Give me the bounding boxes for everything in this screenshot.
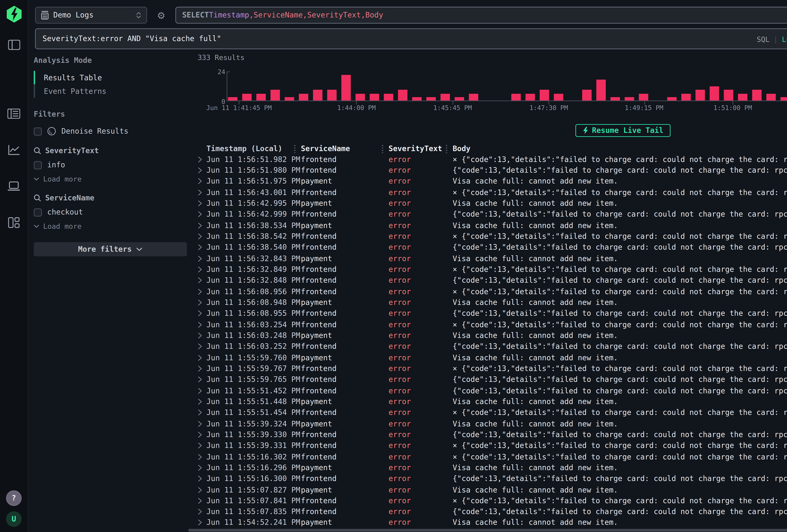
table-row[interactable]: Jun 11 1:56:51.975 PMpaymenterrorVisa ca… [198, 176, 787, 187]
histogram-bar[interactable] [681, 93, 691, 101]
histogram-bar[interactable] [625, 97, 634, 101]
table-row[interactable]: Jun 11 1:56:38.540 PMfrontenderror{"code… [198, 242, 787, 253]
more-filters-button[interactable]: More filters [34, 242, 187, 256]
toggle-lucene[interactable]: Lucene [782, 35, 787, 43]
table-row[interactable]: Jun 11 1:55:39.324 PMpaymenterrorVisa ca… [198, 418, 787, 429]
row-expand-chevron[interactable] [198, 255, 207, 261]
table-row[interactable]: Jun 11 1:56:03.254 PMfrontenderror× {"co… [198, 319, 787, 330]
row-expand-chevron[interactable] [198, 233, 207, 239]
facet-option-checkout[interactable]: checkout [34, 206, 188, 218]
option-checkbox[interactable] [34, 208, 42, 216]
histogram-bar[interactable] [398, 90, 407, 101]
denoise-results-option[interactable]: Denoise Results [34, 125, 188, 137]
histogram-bar[interactable] [356, 93, 365, 101]
denoise-checkbox[interactable] [34, 127, 42, 135]
table-row[interactable]: Jun 11 1:56:38.542 PMfrontenderror× {"co… [198, 231, 787, 242]
histogram-bar[interactable] [667, 97, 677, 101]
histogram-bar[interactable] [299, 93, 309, 101]
histogram-bar[interactable] [271, 90, 280, 101]
hyperdx-logo-icon[interactable] [5, 5, 22, 23]
histogram-bar[interactable] [228, 97, 237, 101]
row-expand-chevron[interactable] [198, 244, 207, 251]
row-expand-chevron[interactable] [198, 509, 207, 515]
row-expand-chevron[interactable] [198, 409, 207, 416]
table-row[interactable]: Jun 11 1:55:16.300 PMfrontenderror{"code… [198, 473, 787, 484]
select-columns-input[interactable]: SELECT Timestamp, ServiceName, SeverityT… [175, 7, 787, 24]
table-row[interactable]: Jun 11 1:55:39.331 PMfrontenderror× {"co… [198, 440, 787, 451]
histogram-bar[interactable] [242, 93, 252, 101]
histogram-bar[interactable] [696, 90, 705, 101]
histogram-bar[interactable] [582, 90, 592, 101]
chart-explorer-icon[interactable] [6, 143, 21, 156]
table-row[interactable]: Jun 11 1:55:59.767 PMfrontenderror× {"co… [198, 363, 787, 374]
mode-results-table[interactable]: Results Table [34, 71, 188, 84]
table-row[interactable]: Jun 11 1:55:59.765 PMfrontenderror{"code… [198, 374, 787, 385]
table-row[interactable]: Jun 11 1:55:16.296 PMpaymenterrorVisa ca… [198, 462, 787, 473]
column-header-body[interactable]: Body [453, 144, 787, 153]
column-resize-grip[interactable] [446, 145, 447, 153]
histogram-bar[interactable] [426, 97, 436, 101]
row-expand-chevron[interactable] [198, 487, 207, 493]
facet-option-info[interactable]: info [34, 159, 188, 171]
table-row[interactable]: Jun 11 1:55:07.841 PMfrontenderror× {"co… [198, 495, 787, 506]
table-row[interactable]: Jun 11 1:56:43.001 PMfrontenderror× {"co… [198, 187, 787, 198]
histogram-bar[interactable] [738, 93, 747, 101]
histogram-bar[interactable] [554, 93, 563, 101]
column-header-severitytext[interactable]: SeverityText [389, 144, 453, 153]
histogram-bar[interactable] [639, 93, 648, 101]
row-expand-chevron[interactable] [198, 498, 207, 504]
option-checkbox[interactable] [34, 161, 42, 169]
user-avatar[interactable]: U [6, 511, 22, 527]
table-row[interactable]: Jun 11 1:56:03.248 PMpaymenterrorVisa ca… [198, 330, 787, 341]
source-select[interactable]: Demo Logs [35, 7, 147, 24]
histogram-bar[interactable] [526, 93, 535, 101]
horizontal-scrollbar[interactable] [188, 529, 787, 532]
table-row[interactable]: Jun 11 1:56:32.849 PMfrontenderror× {"co… [198, 264, 787, 275]
table-row[interactable]: Jun 11 1:56:08.948 PMpaymenterrorVisa ca… [198, 297, 787, 308]
histogram-bar[interactable] [256, 93, 266, 101]
column-resize-grip[interactable] [382, 145, 383, 153]
table-row[interactable]: Jun 11 1:55:16.302 PMfrontenderror× {"co… [198, 451, 787, 462]
histogram-bar[interactable] [313, 90, 322, 101]
table-row[interactable]: Jun 11 1:56:42.995 PMpaymenterrorVisa ca… [198, 198, 787, 209]
column-header-servicename[interactable]: ServiceName [301, 144, 388, 153]
table-row[interactable]: Jun 11 1:56:32.843 PMpaymenterrorVisa ca… [198, 253, 787, 264]
row-expand-chevron[interactable] [198, 431, 207, 438]
row-expand-chevron[interactable] [198, 189, 207, 195]
load-more-servicename[interactable]: Load more [34, 220, 188, 231]
row-expand-chevron[interactable] [198, 421, 207, 427]
row-expand-chevron[interactable] [198, 167, 207, 173]
table-row[interactable]: Jun 11 1:56:42.999 PMfrontenderror{"code… [198, 209, 787, 220]
table-row[interactable]: Jun 11 1:56:03.252 PMfrontenderror{"code… [198, 341, 787, 352]
search-query-input[interactable]: SeverityText:error AND "Visa cache full"… [35, 28, 787, 49]
help-button[interactable]: ? [6, 490, 22, 506]
row-expand-chevron[interactable] [198, 443, 207, 449]
table-row[interactable]: Jun 11 1:56:08.955 PMfrontenderror{"code… [198, 308, 787, 319]
table-row[interactable]: Jun 11 1:56:32.848 PMfrontenderror{"code… [198, 275, 787, 286]
row-expand-chevron[interactable] [198, 520, 207, 526]
histogram-bar[interactable] [766, 93, 776, 101]
row-expand-chevron[interactable] [198, 300, 207, 306]
row-expand-chevron[interactable] [198, 289, 207, 295]
row-expand-chevron[interactable] [198, 200, 207, 207]
histogram-bar[interactable] [341, 75, 351, 101]
histogram-bar[interactable] [511, 93, 521, 101]
histogram-bar[interactable] [455, 97, 464, 101]
row-expand-chevron[interactable] [198, 377, 207, 383]
row-expand-chevron[interactable] [198, 211, 207, 217]
row-expand-chevron[interactable] [198, 387, 207, 393]
histogram-bar[interactable] [441, 93, 450, 101]
histogram-bar[interactable] [752, 90, 762, 101]
table-row[interactable]: Jun 11 1:56:51.982 PMfrontenderror× {"co… [198, 154, 787, 165]
table-row[interactable]: Jun 11 1:55:51.454 PMfrontenderror× {"co… [198, 407, 787, 418]
row-expand-chevron[interactable] [198, 476, 207, 482]
column-header-timestamp[interactable]: Timestamp (Local) [206, 144, 301, 153]
row-expand-chevron[interactable] [198, 399, 207, 405]
table-row[interactable]: Jun 11 1:55:59.760 PMpaymenterrorVisa ca… [198, 352, 787, 363]
histogram-bar[interactable] [611, 97, 620, 101]
table-row[interactable]: Jun 11 1:55:39.330 PMfrontenderror{"code… [198, 429, 787, 440]
mode-event-patterns[interactable]: Event Patterns [34, 84, 188, 98]
toggle-sql[interactable]: SQL [757, 35, 769, 43]
table-row[interactable]: Jun 11 1:55:51.448 PMpaymenterrorVisa ca… [198, 396, 787, 407]
row-expand-chevron[interactable] [198, 321, 207, 327]
